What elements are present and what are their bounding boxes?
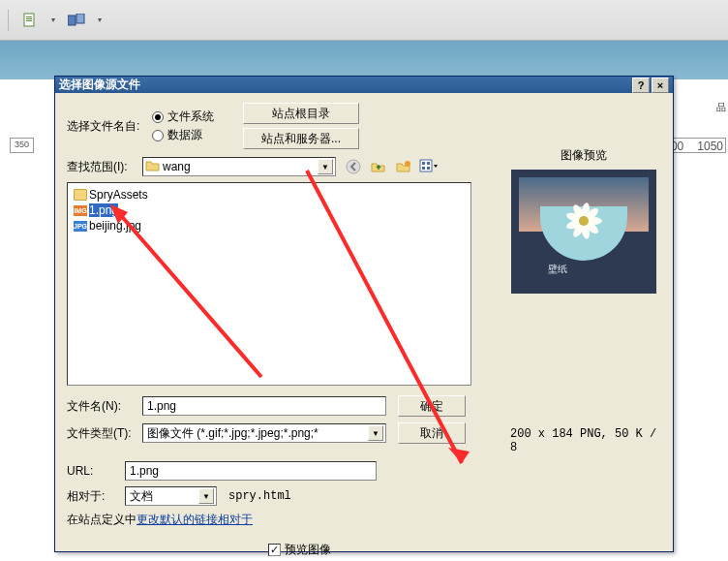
svg-rect-0	[24, 14, 34, 26]
lookin-combo[interactable]: wang ▼	[142, 157, 336, 176]
radio-icon	[152, 111, 164, 123]
filename-label: 文件名(N):	[67, 398, 142, 415]
ruler-tick-right: 00 1050	[668, 138, 726, 153]
list-item-folder[interactable]: SpryAssets	[72, 187, 467, 203]
app-toolbar: ▾ ▾	[0, 0, 728, 41]
panel-collapse-handle[interactable]: 品	[716, 101, 724, 114]
combo-dropdown-icon[interactable]: ▼	[368, 425, 383, 441]
preview-checkbox[interactable]: ✓	[268, 544, 281, 556]
select-from-label: 选择文件名自:	[67, 118, 152, 135]
svg-rect-1	[26, 16, 32, 17]
site-server-button[interactable]: 站点和服务器...	[243, 128, 359, 149]
up-folder-icon[interactable]	[369, 157, 388, 176]
url-label: URL:	[67, 464, 125, 478]
cancel-button[interactable]: 取消	[398, 422, 466, 444]
file-picker-dialog: 选择图像源文件 ? × 选择文件名自: 文件系统 数据源 站点根目录 站点和服务…	[54, 76, 674, 552]
ruler-tick-left: 350	[10, 138, 34, 153]
svg-rect-10	[427, 162, 430, 165]
filetype-label: 文件类型(T):	[67, 425, 142, 442]
back-icon[interactable]	[344, 157, 363, 176]
panels-icon[interactable]	[67, 11, 86, 30]
svg-point-6	[347, 160, 360, 173]
preview-image: 壁纸	[511, 170, 656, 294]
filetype-combo[interactable]: 图像文件 (*.gif;*.jpg;*.jpeg;*.png;* ▼	[142, 423, 386, 443]
dialog-titlebar: 选择图像源文件 ? ×	[55, 77, 673, 93]
relative-label: 相对于:	[67, 488, 125, 505]
svg-rect-11	[422, 167, 425, 170]
svg-rect-5	[76, 14, 84, 23]
combo-dropdown-icon[interactable]: ▼	[318, 159, 333, 174]
svg-point-7	[405, 161, 410, 167]
radio-filesystem[interactable]: 文件系统	[152, 109, 214, 125]
svg-line-13	[118, 212, 261, 377]
site-root-button[interactable]: 站点根目录	[243, 103, 359, 124]
source-radio-group: 文件系统 数据源	[152, 109, 214, 143]
preview-checkbox-label: 预览图像	[285, 542, 331, 558]
radio-datasource[interactable]: 数据源	[152, 127, 214, 143]
close-button[interactable]: ×	[652, 78, 669, 93]
list-item-file[interactable]: IMG 1.png	[72, 203, 467, 218]
help-button[interactable]: ?	[632, 78, 650, 93]
preview-title: 图像预览	[506, 147, 661, 164]
svg-rect-8	[420, 160, 432, 171]
svg-rect-3	[26, 20, 32, 21]
svg-rect-12	[427, 167, 430, 170]
filename-input[interactable]: 1.png	[142, 396, 386, 416]
new-folder-icon[interactable]	[394, 157, 413, 176]
svg-rect-9	[422, 162, 425, 165]
document-dropdown-icon[interactable]: ▾	[49, 16, 57, 24]
combo-dropdown-icon[interactable]: ▼	[198, 488, 214, 504]
url-input[interactable]: 1.png	[125, 461, 377, 481]
toolbar-separator	[8, 10, 9, 31]
folder-open-icon	[145, 159, 161, 175]
hint-prefix: 在站点定义中	[67, 512, 136, 528]
svg-rect-2	[26, 18, 32, 19]
image-file-icon: IMG	[74, 205, 87, 216]
view-menu-icon[interactable]	[419, 157, 439, 176]
dialog-title: 选择图像源文件	[59, 77, 630, 93]
lookin-label: 查找范围(I):	[67, 159, 142, 175]
document-icon[interactable]	[20, 11, 40, 30]
ok-button[interactable]: 确定	[398, 395, 466, 417]
list-item-file[interactable]: JPG beijing.jpg	[72, 218, 467, 234]
panels-dropdown-icon[interactable]: ▾	[96, 16, 104, 24]
preview-info: 200 x 184 PNG, 50 K / 8	[506, 427, 661, 454]
preview-pane: 图像预览 壁纸 200 x 184 PNG, 50	[506, 147, 661, 454]
file-list[interactable]: SpryAssets IMG 1.png JPG beijing.jpg	[67, 182, 471, 386]
change-default-link[interactable]: 更改默认的链接相对于	[136, 512, 253, 528]
relative-file: spry.html	[228, 489, 291, 503]
image-file-icon: JPG	[74, 221, 87, 232]
relative-combo[interactable]: 文档 ▼	[125, 486, 217, 506]
svg-rect-4	[68, 16, 76, 25]
folder-icon	[74, 189, 87, 201]
radio-icon	[152, 130, 164, 141]
